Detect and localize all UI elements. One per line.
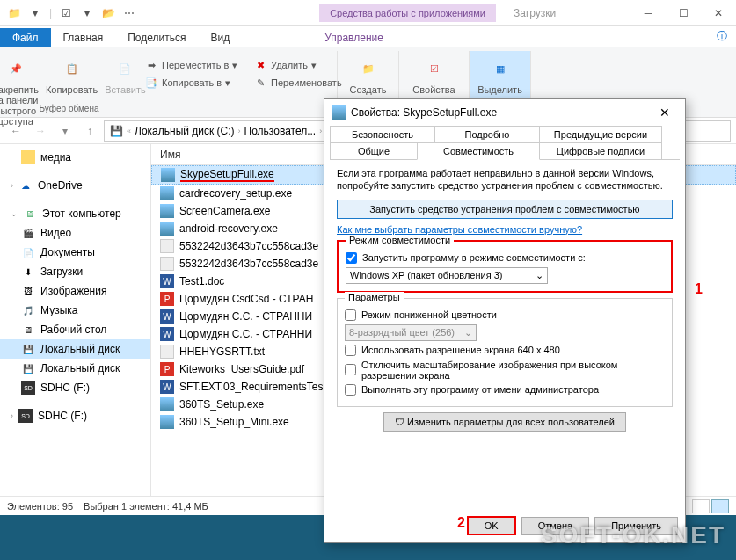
nav-item[interactable]: 🎬Видео: [0, 223, 150, 243]
move-to-button[interactable]: ➡Переместить в ▾: [141, 56, 241, 74]
documents-icon: 📄: [21, 245, 35, 259]
maximize-button[interactable]: ☐: [666, 1, 701, 25]
properties-icon: ☑: [420, 55, 448, 83]
checkbox-icon[interactable]: ☑: [59, 6, 73, 20]
run-admin-checkbox[interactable]: [345, 384, 356, 396]
ribbon-help-icon[interactable]: ⓘ: [708, 25, 736, 47]
copy-icon: 📋: [58, 55, 86, 83]
run-admin-row[interactable]: Выполнять эту программу от имени админис…: [345, 384, 665, 396]
nav-item-this-pc[interactable]: ⌄🖥Этот компьютер: [0, 204, 150, 223]
nav-item-selected[interactable]: 💾Локальный диск: [0, 339, 150, 359]
pc-icon: 🖥: [23, 207, 37, 221]
res640-row[interactable]: Использовать разрешение экрана 640 x 480: [345, 345, 665, 356]
dropdown-icon[interactable]: ▾: [80, 6, 94, 20]
doc-icon: W: [160, 274, 174, 288]
change-all-users-button[interactable]: 🛡 Изменить параметры для всех пользовате…: [383, 412, 626, 432]
dialog-title: Свойства: SkypeSetupFull.exe: [351, 106, 497, 119]
selection-info: Выбран 1 элемент: 41,4 МБ: [84, 501, 208, 512]
annotation-2: 2: [457, 515, 465, 531]
nav-item[interactable]: 💾Локальный диск: [0, 359, 150, 378]
reduced-color-checkbox[interactable]: [345, 309, 356, 321]
dialog-body: Если эта программа работает неправильно …: [330, 159, 680, 509]
copy-to-button[interactable]: 📑Копировать в ▾: [141, 74, 234, 91]
close-button[interactable]: ✕: [701, 1, 736, 25]
dialog-titlebar: Свойства: SkypeSetupFull.exe ✕: [324, 99, 685, 126]
new-button[interactable]: 📁 Создать: [348, 53, 389, 97]
delete-button[interactable]: ✖Удалить ▾: [250, 56, 346, 74]
nav-item-media[interactable]: медиа: [0, 148, 150, 167]
troubleshoot-button[interactable]: Запустить средство устранения проблем с …: [337, 200, 673, 219]
overflow-icon[interactable]: ⋯: [122, 6, 136, 20]
nav-item[interactable]: ⬇Загрузки: [0, 262, 150, 281]
disable-scaling-checkbox[interactable]: [345, 364, 356, 375]
ribbon-tab-manage[interactable]: Управление: [312, 28, 396, 47]
quick-access-toolbar: 📁 ▾ | ☑ ▾ 📂 ⋯: [0, 6, 143, 20]
titlebar: 📁 ▾ | ☑ ▾ 📂 ⋯ Средства работы с приложен…: [0, 0, 736, 26]
rename-button[interactable]: ✎Переименовать: [250, 74, 346, 91]
nav-item[interactable]: 📄Документы: [0, 243, 150, 262]
exe-icon: [160, 222, 174, 236]
properties-button[interactable]: ☑ Свойства: [411, 53, 456, 97]
compat-os-select[interactable]: Windows XP (пакет обновления 3)⌄: [346, 267, 548, 284]
navigation-pane[interactable]: медиа ›☁OneDrive ⌄🖥Этот компьютер 🎬Видео…: [0, 144, 151, 496]
tab-security[interactable]: Безопасность: [330, 126, 435, 142]
res640-checkbox[interactable]: [345, 345, 356, 356]
ok-button[interactable]: OK: [467, 516, 516, 535]
move-icon: ➡: [144, 58, 158, 72]
color-mode-select: 8-разрядный цвет (256)⌄: [345, 324, 477, 341]
exe-icon: [160, 186, 174, 200]
desktop-icon: 🖥: [21, 323, 35, 337]
ribbon-tabs: Файл Главная Поделиться Вид Управление ⓘ: [0, 26, 736, 47]
folder-icon[interactable]: 📁: [7, 6, 21, 20]
compat-checkbox[interactable]: [346, 252, 357, 264]
view-icons-button[interactable]: [711, 499, 729, 513]
disable-scaling-row[interactable]: Отключить масштабирование изображения пр…: [345, 360, 665, 381]
nav-item-onedrive[interactable]: ›☁OneDrive: [0, 176, 150, 195]
nav-item-sdhc[interactable]: ›SDSDHC (F:): [0, 406, 150, 425]
view-details-button[interactable]: [692, 499, 710, 513]
tab-details[interactable]: Подробно: [434, 126, 540, 142]
new-folder-icon[interactable]: 📂: [101, 6, 115, 20]
tab-general[interactable]: Общие: [330, 142, 418, 159]
manual-link[interactable]: Как мне выбрать параметры совместимости …: [337, 224, 673, 235]
tab-compatibility[interactable]: Совместимость: [417, 142, 540, 160]
nav-item[interactable]: SDSDHC (F:): [0, 378, 150, 397]
nav-item[interactable]: 🖼Изображения: [0, 281, 150, 301]
sd-icon: SD: [18, 409, 33, 423]
copy-button[interactable]: 📋 Копировать: [44, 53, 99, 128]
doc-icon: W: [160, 327, 174, 341]
drive-icon: 💾: [21, 361, 35, 375]
new-folder-icon: 📁: [354, 55, 383, 83]
exe-icon: [160, 397, 174, 411]
dialog-close-button[interactable]: ✕: [652, 105, 678, 120]
params-group: Параметры Режим пониженной цветности 8-р…: [337, 298, 673, 407]
pin-button[interactable]: 📌 Закрепить на панели быстрого доступа: [0, 53, 40, 128]
ribbon-tab-share[interactable]: Поделиться: [115, 28, 198, 47]
select-button[interactable]: ▦ Выделить: [476, 53, 524, 97]
pdf-icon: P: [160, 362, 174, 376]
properties-dialog: Свойства: SkypeSetupFull.exe ✕ Безопасно…: [324, 98, 686, 543]
file-icon: [160, 257, 174, 271]
exe-icon: [161, 168, 175, 182]
doc-icon: W: [160, 380, 174, 394]
minimize-button[interactable]: ─: [630, 1, 666, 25]
shield-icon: 🛡: [395, 417, 404, 427]
dialog-tabs: Безопасность Подробно Предыдущие версии …: [324, 126, 685, 159]
ribbon-tab-view[interactable]: Вид: [198, 28, 242, 47]
reduced-color-row[interactable]: Режим пониженной цветности: [345, 309, 665, 321]
ribbon-tab-home[interactable]: Главная: [51, 28, 116, 47]
nav-item[interactable]: 🎵Музыка: [0, 301, 150, 320]
video-icon: 🎬: [21, 226, 35, 240]
compat-checkbox-row[interactable]: Запустить программу в режиме совместимос…: [346, 252, 664, 264]
file-tab[interactable]: Файл: [0, 28, 51, 47]
tab-signatures[interactable]: Цифровые подписи: [539, 142, 662, 159]
contextual-tab-title: Средства работы с приложениями: [319, 4, 496, 22]
nav-item[interactable]: 🖥Рабочий стол: [0, 320, 150, 339]
dropdown-icon[interactable]: ▾: [28, 6, 42, 20]
compat-description: Если эта программа работает неправильно …: [337, 167, 673, 193]
pin-icon: 📌: [2, 55, 30, 83]
item-count: Элементов: 95: [7, 501, 73, 512]
forward-button[interactable]: →: [30, 120, 51, 142]
tab-previous[interactable]: Предыдущие версии: [539, 126, 662, 142]
doc-icon: W: [160, 309, 174, 324]
